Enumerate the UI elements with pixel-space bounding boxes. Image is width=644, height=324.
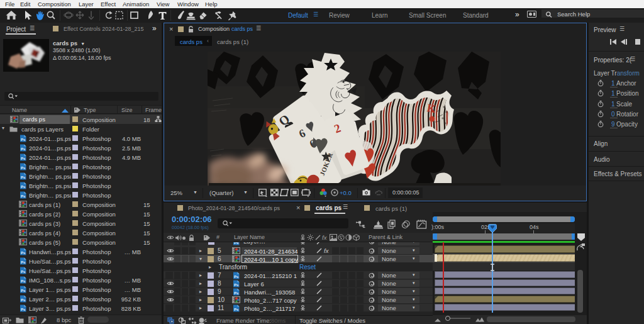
svg-text:Ps: Ps (21, 165, 26, 169)
svg-text:Ps: Ps (234, 274, 239, 278)
svg-text:Ps: Ps (21, 137, 26, 141)
svg-text:Ps: Ps (21, 260, 26, 264)
svg-text:Ps: Ps (21, 194, 26, 198)
svg-text:Ps: Ps (21, 156, 26, 160)
svg-text:Ps: Ps (234, 282, 239, 286)
svg-text:Ps: Ps (234, 291, 239, 294)
svg-text:Ps: Ps (21, 250, 26, 254)
svg-text:Ps: Ps (21, 175, 26, 179)
svg-text:Ps: Ps (21, 147, 26, 150)
svg-text:Ps: Ps (21, 184, 26, 188)
svg-text:Ps: Ps (21, 298, 26, 301)
svg-text:Ps: Ps (234, 307, 239, 311)
svg-text:Ps: Ps (21, 279, 26, 282)
svg-text:Ps: Ps (21, 288, 26, 292)
svg-text:Ps: Ps (234, 242, 239, 245)
svg-text:Ps: Ps (21, 269, 26, 273)
svg-text:Ps: Ps (21, 307, 26, 311)
